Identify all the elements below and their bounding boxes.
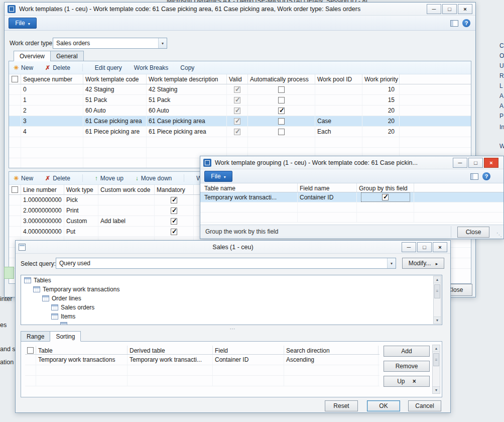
mandatory-checkbox[interactable] <box>171 229 177 235</box>
delete-button[interactable]: ✗Delete <box>45 175 70 182</box>
scroll-down-icon[interactable]: ▼ <box>433 386 440 393</box>
tree-item-sales-orders[interactable]: Sales orders <box>51 304 94 311</box>
tab-general[interactable]: General <box>50 51 84 61</box>
minimize-button[interactable]: ─ <box>453 158 467 168</box>
tab-sorting[interactable]: Sorting <box>50 331 81 342</box>
close-button[interactable]: Close <box>457 227 489 238</box>
move-up-button[interactable]: ↑Move up <box>95 175 123 182</box>
maximize-button[interactable]: □ <box>417 242 432 252</box>
table-row[interactable]: Temporary work transacti... Container ID <box>200 192 503 202</box>
tree-item-order-lines[interactable]: Order lines <box>42 295 81 302</box>
tree-item-items[interactable]: Items <box>51 313 75 320</box>
help-icon[interactable]: ? <box>462 19 470 27</box>
menu-arrow-icon: ▸ <box>436 261 438 266</box>
column-header[interactable]: Custom work code <box>98 185 155 194</box>
tree-item-partial[interactable] <box>60 322 67 325</box>
remove-button[interactable]: Remove <box>384 361 430 372</box>
maximize-button[interactable]: □ <box>442 4 457 14</box>
delete-button[interactable]: ✗Delete <box>45 64 70 71</box>
column-header[interactable]: Table name <box>200 183 298 192</box>
mandatory-checkbox[interactable] <box>171 197 177 203</box>
background-text-fragment: O <box>499 52 504 59</box>
column-header[interactable]: Work type <box>64 185 98 194</box>
background-text-fragment: es <box>0 322 7 329</box>
auto-process-checkbox[interactable] <box>278 129 285 135</box>
column-header[interactable]: Field <box>213 346 284 354</box>
tab-overview[interactable]: Overview <box>14 51 51 61</box>
chevron-down-icon: ▾ <box>158 38 167 48</box>
new-button[interactable]: ✳New <box>14 175 33 182</box>
column-header[interactable]: Derived table <box>128 346 213 354</box>
move-down-button[interactable]: ↓Move down <box>136 175 172 182</box>
minimize-button[interactable]: ─ <box>427 4 441 14</box>
reset-button[interactable]: Reset <box>325 400 358 411</box>
tree-scrollbar[interactable]: ▲ ≡ ▼ <box>433 276 441 324</box>
mandatory-checkbox[interactable] <box>171 207 177 214</box>
new-button[interactable]: ✳New <box>14 64 33 71</box>
sales-titlebar[interactable]: Sales (1 - ceu) ─ □ × <box>16 241 450 254</box>
ok-button[interactable]: OK <box>367 400 400 411</box>
copy-button[interactable]: Copy <box>180 64 194 71</box>
maximize-button[interactable]: □ <box>468 158 483 168</box>
scroll-down-icon[interactable]: ▼ <box>434 316 441 324</box>
select-all-checkbox[interactable] <box>9 74 21 84</box>
group-by-checkbox[interactable] <box>382 194 389 200</box>
auto-process-checkbox[interactable] <box>278 86 285 93</box>
cancel-button[interactable]: Cancel <box>408 400 441 411</box>
column-header[interactable]: Search direction <box>284 346 379 354</box>
file-menu-button[interactable]: File ▾ <box>9 18 37 29</box>
up-button[interactable]: Up × <box>384 376 430 387</box>
column-header[interactable]: Field name <box>298 183 357 192</box>
table-row[interactable]: 1 51 Pack 51 Pack 15 <box>9 95 471 106</box>
toolbar-separator <box>184 174 184 182</box>
auto-process-checkbox[interactable] <box>278 97 285 103</box>
scrollbar-thumb[interactable]: ≡ <box>433 353 439 366</box>
column-header[interactable]: Group by this field <box>357 183 414 192</box>
work-order-type-select[interactable]: Sales orders ▾ <box>53 38 167 49</box>
close-button[interactable]: × <box>458 4 472 14</box>
select-all-checkbox[interactable] <box>25 346 36 354</box>
select-all-checkbox[interactable] <box>9 185 21 194</box>
layout-icon[interactable] <box>470 173 478 180</box>
resize-grip[interactable]: ⋱ <box>496 232 502 238</box>
tab-range[interactable]: Range <box>21 331 50 342</box>
table-row[interactable]: 4 61 Piece picking are 61 Piece picking … <box>9 127 471 137</box>
table-row[interactable]: Temporary work transactions Temporary wo… <box>25 355 380 365</box>
file-menu-button[interactable]: File ▾ <box>204 171 232 182</box>
column-header[interactable]: Work pool ID <box>315 74 362 84</box>
grid-scrollbar[interactable]: ▲ ≡ ▼ <box>432 345 440 394</box>
auto-process-checkbox[interactable] <box>278 118 285 125</box>
auto-process-checkbox[interactable] <box>278 108 285 114</box>
table-row[interactable]: 3 61 Case picking area 61 Case picking a… <box>9 116 471 127</box>
modify-button[interactable]: Modify... ▸ <box>402 258 444 269</box>
mandatory-checkbox[interactable] <box>171 218 177 225</box>
table-row[interactable]: 2 60 Auto 60 Auto 20 <box>9 106 471 116</box>
edit-query-button[interactable]: Edit query <box>95 64 122 71</box>
minimize-button[interactable]: ─ <box>402 242 416 252</box>
select-query-dropdown[interactable]: Query used ▾ <box>56 258 396 269</box>
column-header[interactable]: Mandatory <box>155 185 194 194</box>
scroll-up-icon[interactable]: ▲ <box>433 345 440 352</box>
work-templates-titlebar[interactable]: Work templates (1 - ceu) - Work template… <box>5 3 475 16</box>
work-breaks-button[interactable]: Work Breaks <box>134 64 168 71</box>
column-header[interactable]: Table <box>36 346 128 354</box>
add-button[interactable]: Add <box>384 346 430 357</box>
column-header[interactable]: Line number <box>21 185 64 194</box>
layout-icon[interactable] <box>450 20 458 27</box>
background-text-fragment: In <box>499 124 504 131</box>
column-header[interactable]: Work priority <box>362 74 400 84</box>
column-header[interactable]: Automatically process <box>248 74 315 84</box>
tree-item-tables[interactable]: Tables <box>24 277 51 284</box>
close-button[interactable]: × <box>433 242 447 252</box>
column-header[interactable]: Work template code <box>83 74 147 84</box>
help-icon[interactable]: ? <box>482 172 490 180</box>
tree-item-temporary-work-transactions[interactable]: Temporary work transactions <box>33 286 119 293</box>
grouping-titlebar[interactable]: Work template grouping (1 - ceu) - Work … <box>200 156 503 169</box>
table-row[interactable]: 0 42 Staging 42 Staging 10 <box>9 84 471 95</box>
scrollbar-thumb[interactable]: ≡ <box>434 284 440 298</box>
scroll-up-icon[interactable]: ▲ <box>434 276 441 283</box>
column-header[interactable]: Sequence number <box>21 74 83 84</box>
column-header[interactable]: Valid <box>227 74 248 84</box>
close-button[interactable]: × <box>484 158 498 168</box>
column-header[interactable]: Work template description <box>147 74 227 84</box>
